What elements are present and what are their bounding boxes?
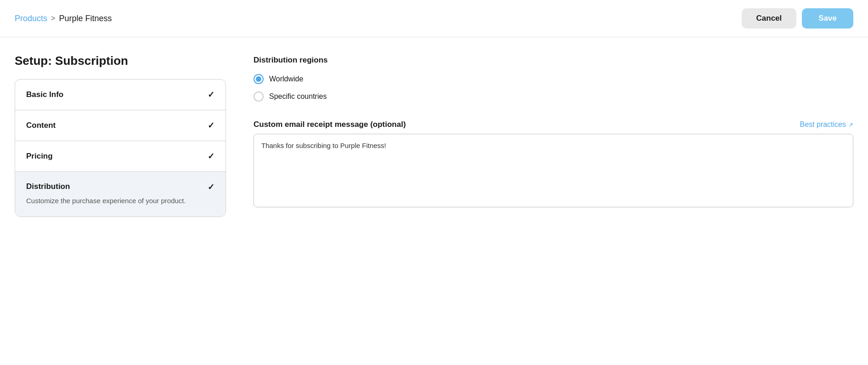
- step-content-label: Content: [26, 121, 56, 130]
- left-panel: Setup: Subscription Basic Info ✓ Content…: [15, 54, 226, 217]
- step-pricing-check: ✓: [208, 151, 214, 161]
- radio-specific-circle: [254, 91, 264, 102]
- breadcrumb-products-link[interactable]: Products: [15, 14, 47, 23]
- step-distribution-check: ✓: [208, 182, 214, 192]
- step-content-check: ✓: [208, 120, 214, 131]
- distribution-regions-title: Distribution regions: [254, 56, 853, 65]
- right-panel: Distribution regions Worldwide Specific …: [254, 54, 853, 217]
- step-basic-info-label: Basic Info: [26, 90, 63, 99]
- header-actions: Cancel Save: [742, 8, 853, 29]
- radio-specific-label: Specific countries: [269, 92, 327, 101]
- step-pricing[interactable]: Pricing ✓: [15, 141, 225, 172]
- breadcrumb-separator: >: [51, 14, 55, 23]
- breadcrumb-current-page: Purple Fitness: [59, 14, 112, 23]
- step-distribution-header: Distribution ✓: [26, 182, 214, 192]
- distribution-radio-group: Worldwide Specific countries: [254, 74, 853, 102]
- main-content: Setup: Subscription Basic Info ✓ Content…: [0, 37, 868, 234]
- step-basic-info[interactable]: Basic Info ✓: [15, 80, 225, 110]
- step-distribution[interactable]: Distribution ✓ Customize the purchase ex…: [15, 172, 225, 217]
- email-section-header: Custom email receipt message (optional) …: [254, 120, 853, 129]
- email-receipt-textarea[interactable]: Thanks for subscribing to Purple Fitness…: [254, 134, 853, 207]
- step-pricing-label: Pricing: [26, 152, 53, 161]
- step-basic-info-check: ✓: [208, 90, 214, 100]
- email-section-title: Custom email receipt message (optional): [254, 120, 406, 129]
- step-distribution-description: Customize the purchase experience of you…: [26, 196, 214, 206]
- steps-card: Basic Info ✓ Content ✓ Pricing ✓ Distrib…: [15, 79, 226, 217]
- step-content[interactable]: Content ✓: [15, 110, 225, 141]
- radio-worldwide-inner: [256, 76, 261, 82]
- setup-title: Setup: Subscription: [15, 54, 226, 68]
- cancel-button[interactable]: Cancel: [742, 8, 797, 29]
- step-distribution-label: Distribution: [26, 182, 70, 191]
- save-button[interactable]: Save: [802, 8, 853, 29]
- radio-worldwide-label: Worldwide: [269, 75, 303, 83]
- best-practices-label: Best practices: [800, 120, 846, 129]
- radio-specific-countries[interactable]: Specific countries: [254, 91, 853, 102]
- radio-worldwide[interactable]: Worldwide: [254, 74, 853, 84]
- breadcrumb: Products > Purple Fitness: [15, 14, 112, 23]
- external-link-icon: ↗: [848, 121, 853, 128]
- best-practices-link[interactable]: Best practices ↗: [800, 120, 853, 129]
- header: Products > Purple Fitness Cancel Save: [0, 0, 868, 37]
- radio-worldwide-circle: [254, 74, 264, 84]
